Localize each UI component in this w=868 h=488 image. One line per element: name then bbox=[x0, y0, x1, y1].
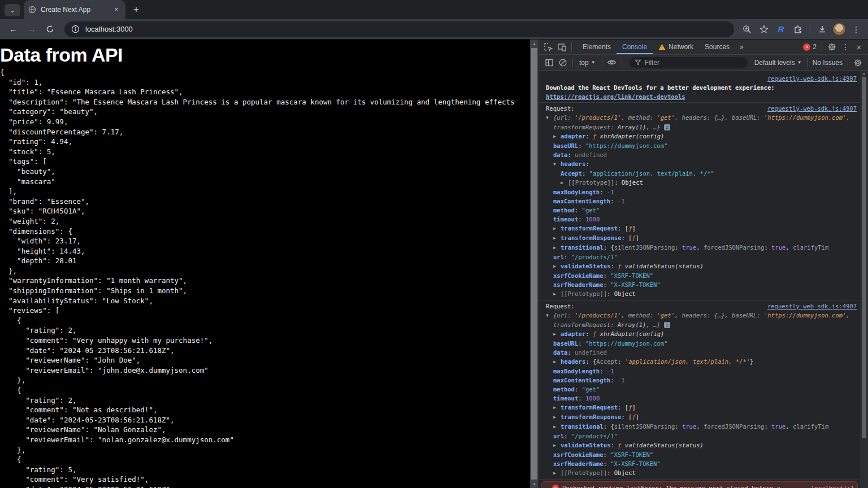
collapse-expander-icon[interactable]: ▼ bbox=[546, 114, 553, 123]
browser-menu-button[interactable]: ⋮ bbox=[849, 22, 863, 37]
device-toolbar-icon bbox=[557, 42, 567, 52]
console-text: : bbox=[618, 358, 625, 365]
tab-sources[interactable]: Sources bbox=[699, 40, 735, 54]
tab-console[interactable]: Console bbox=[617, 40, 653, 54]
console-text: "/products/1" bbox=[571, 254, 618, 260]
console-text: Unchecked runtime.lastError: The message… bbox=[552, 485, 780, 488]
console-sidebar-button[interactable] bbox=[542, 56, 556, 69]
back-button[interactable]: ← bbox=[6, 21, 21, 37]
new-tab-button[interactable]: + bbox=[129, 2, 144, 17]
expand-expander-icon[interactable]: ▶ bbox=[553, 330, 561, 339]
expand-expander-icon[interactable]: ▶ bbox=[553, 132, 561, 141]
collapse-expander-icon[interactable]: ▼ bbox=[546, 311, 553, 320]
live-expression-button[interactable] bbox=[605, 56, 619, 69]
expand-expander-icon[interactable]: ▶ bbox=[553, 469, 561, 478]
console-text: : bbox=[578, 395, 585, 402]
scrollbar-thumb[interactable] bbox=[862, 77, 866, 438]
expand-expander-icon[interactable]: ▶ bbox=[553, 224, 561, 233]
expand-expander-icon[interactable]: ▶ bbox=[553, 262, 561, 271]
console-text: , headers: {…}, baseURL: bbox=[675, 114, 764, 121]
console-text: : bbox=[575, 386, 582, 393]
expand-expander-icon[interactable]: ▶ bbox=[553, 403, 561, 412]
expand-expander-icon[interactable]: ▶ bbox=[553, 243, 561, 252]
downloads-button[interactable] bbox=[815, 22, 830, 37]
browser-tab[interactable]: Create Next App × bbox=[24, 0, 125, 19]
back-arrow-icon: ← bbox=[9, 24, 18, 34]
more-tabs-button[interactable]: » bbox=[735, 43, 748, 51]
toggle-device-toolbar-button[interactable] bbox=[555, 41, 568, 53]
url-bar[interactable]: localhost:3000 bbox=[64, 21, 734, 37]
expand-expander-icon[interactable]: ▶ bbox=[561, 178, 568, 188]
devtools-close-button[interactable]: × bbox=[852, 41, 866, 53]
console-text: : bbox=[675, 244, 682, 251]
console-text: Array(1) bbox=[618, 321, 646, 328]
forward-button[interactable]: → bbox=[24, 21, 40, 37]
console-row: Download the React DevTools for a better… bbox=[539, 83, 857, 92]
tab-elements[interactable]: Elements bbox=[577, 40, 617, 54]
console-text: ] bbox=[632, 225, 635, 232]
inspect-element-button[interactable] bbox=[541, 41, 555, 53]
profile-avatar[interactable] bbox=[832, 22, 847, 37]
site-info-icon[interactable] bbox=[71, 25, 80, 33]
page-title: Data from API bbox=[0, 44, 530, 66]
console-text: forcedJSONParsing bbox=[704, 423, 764, 430]
devtools-settings-button[interactable] bbox=[825, 41, 839, 53]
expand-expander-icon[interactable]: ▶ bbox=[553, 413, 561, 422]
console-text: 'https://dummyjson.com' bbox=[764, 114, 846, 121]
tab-network[interactable]: Network bbox=[653, 40, 699, 54]
source-link[interactable]: requestly-web-sdk.js:4907 bbox=[767, 74, 857, 83]
collapse-expander-icon[interactable]: ▼ bbox=[553, 160, 561, 169]
scrollbar-thumb[interactable] bbox=[531, 48, 537, 480]
scroll-up-icon[interactable]: ▲ bbox=[860, 71, 868, 76]
bookmark-button[interactable] bbox=[757, 22, 771, 37]
page-vertical-scrollbar[interactable]: ▲ ▼ bbox=[530, 40, 539, 488]
console-text: forcedJSONParsing bbox=[704, 244, 764, 251]
close-icon[interactable]: × bbox=[112, 5, 121, 14]
scroll-down-icon[interactable]: ▼ bbox=[530, 480, 539, 488]
requestly-extension-button[interactable]: R bbox=[774, 22, 788, 37]
console-text: maxBodyLength bbox=[553, 189, 600, 195]
console-text: adapter bbox=[561, 133, 585, 140]
devtools-panel: ElementsConsoleNetworkSources » × 2 ⋮ × bbox=[539, 40, 868, 488]
source-link[interactable]: requestly-web-sdk.js:4907 bbox=[767, 104, 857, 113]
console-scrollbar[interactable]: ▲ bbox=[860, 71, 868, 488]
console-row: xsrfHeaderName: "X-XSRF-TOKEN" bbox=[539, 459, 857, 468]
expand-expander-icon[interactable]: ▶ bbox=[553, 422, 561, 432]
zoom-indicator-button[interactable] bbox=[740, 22, 754, 37]
expand-expander-icon[interactable]: ▶ bbox=[553, 358, 561, 367]
console-text: validateStatus(status) bbox=[625, 442, 704, 448]
console-text: transitional bbox=[561, 423, 604, 430]
default-levels-dropdown[interactable]: Default levels ▼ bbox=[752, 59, 804, 67]
console-text: : bbox=[764, 423, 771, 430]
console-row: ▶adapter: ƒ xhrAdapter(config) bbox=[539, 132, 857, 141]
tab-search-button[interactable]: ⌄ bbox=[5, 4, 20, 16]
error-count-badge[interactable]: × 2 bbox=[803, 43, 817, 51]
url-text: localhost:3000 bbox=[85, 25, 133, 33]
javascript-context-selector[interactable]: top ▼ bbox=[576, 59, 599, 67]
scroll-up-icon[interactable]: ▲ bbox=[530, 40, 539, 47]
reload-button[interactable] bbox=[42, 21, 58, 37]
source-link[interactable]: requestly-web-sdk.js:4907 bbox=[767, 302, 857, 311]
source-link[interactable]: localhost/:1 bbox=[811, 483, 854, 488]
expand-expander-icon[interactable]: ▶ bbox=[553, 290, 561, 299]
expand-expander-icon[interactable]: ▶ bbox=[553, 234, 561, 243]
console-row: ▶headers: {Accept: 'application/json, te… bbox=[539, 357, 857, 367]
devtools-menu-button[interactable]: ⋮ bbox=[839, 41, 852, 53]
console-text: : bbox=[607, 290, 614, 297]
filter-input[interactable] bbox=[644, 59, 742, 67]
no-issues-button[interactable]: No Issues bbox=[810, 59, 845, 67]
tab-label: Network bbox=[669, 43, 693, 51]
console-link[interactable]: https://reactjs.org/link/react-devtools bbox=[546, 93, 685, 100]
clear-console-button[interactable] bbox=[556, 56, 570, 69]
filter-field[interactable] bbox=[630, 57, 748, 68]
console-row: url: "/products/1" bbox=[539, 432, 857, 441]
console-text: transitional bbox=[561, 244, 604, 251]
console-row: ▶transitional: {silentJSONParsing: true,… bbox=[539, 243, 857, 252]
console-text: transformRequest bbox=[561, 225, 618, 232]
extensions-button[interactable] bbox=[791, 22, 805, 37]
console-text: ƒ bbox=[593, 330, 600, 337]
console-settings-button[interactable] bbox=[851, 56, 865, 69]
toolbar-divider bbox=[810, 24, 810, 34]
console-text: -1 bbox=[607, 189, 614, 195]
expand-expander-icon[interactable]: ▶ bbox=[553, 441, 561, 450]
